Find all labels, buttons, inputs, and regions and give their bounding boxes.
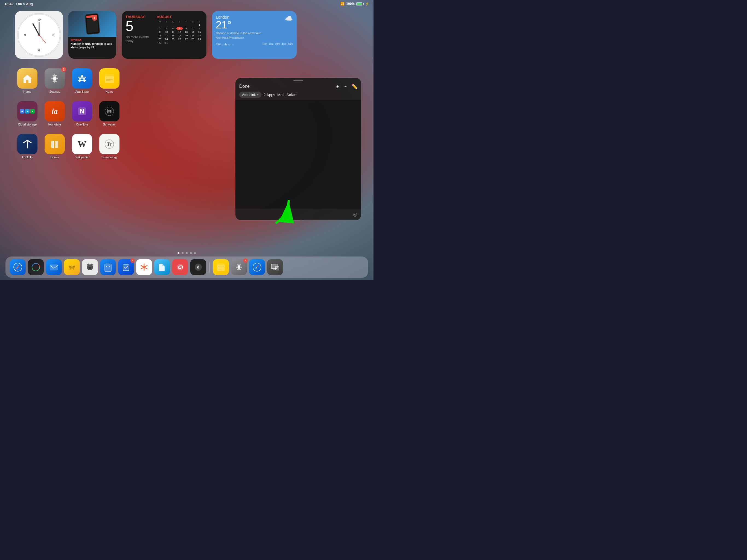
dock: 4 d — [5, 256, 368, 278]
dock-butterfly[interactable] — [64, 259, 80, 275]
calendar-day-num: 5 — [126, 19, 153, 33]
charging-icon: ⚡ — [365, 2, 369, 6]
news-content: sky news Number of NHS 'pingdemic' app a… — [68, 37, 116, 51]
dock-safari[interactable] — [10, 259, 26, 275]
calendar-right: August M T W T F S S - - - - - - 1 2 3 — [157, 15, 203, 55]
news-image: 1 — [68, 11, 116, 37]
page-dot-3[interactable] — [186, 252, 188, 254]
dock-goodnotes[interactable] — [100, 259, 116, 275]
dock-screens[interactable] — [267, 259, 283, 275]
svg-point-42 — [179, 268, 181, 269]
lookup-icon — [17, 134, 37, 154]
app-books[interactable]: Books — [42, 134, 67, 164]
wifi-icon: 📶 — [340, 2, 344, 6]
settings-dock-badge: 2 — [243, 258, 248, 263]
dock-safari2[interactable] — [249, 259, 265, 275]
app-home[interactable]: Home — [15, 68, 40, 98]
calendar-widget[interactable]: Thursday 5 No more events today August M… — [122, 11, 206, 59]
page-dot-2[interactable] — [182, 252, 184, 254]
iannotate-label: iAnnotate — [48, 123, 61, 126]
panel-header: Done ⊞ ··· ✏️ — [235, 81, 361, 92]
dock-settings[interactable]: 2 — [231, 259, 247, 275]
scrivener-icon — [99, 101, 120, 121]
dock-photos[interactable] — [136, 259, 152, 275]
page-dot-4[interactable] — [190, 252, 192, 254]
calendar-no-events: No more events today — [126, 35, 153, 43]
svg-rect-46 — [217, 263, 225, 265]
appstore-label: App Store — [75, 90, 89, 93]
panel-footer: ◎ — [235, 209, 361, 220]
cal-header: T — [163, 20, 170, 23]
svg-text:Te: Te — [107, 142, 111, 147]
cal-header: T — [176, 20, 183, 23]
app-onenote[interactable]: N OneNote — [70, 101, 94, 131]
tasks-badge: 4 — [130, 258, 135, 263]
app-notes[interactable]: Notes — [97, 68, 122, 98]
cal-header: W — [170, 20, 176, 23]
dock-files[interactable] — [154, 259, 170, 275]
panel-icons: ⊞ ··· ✏️ — [335, 83, 357, 90]
weather-widget[interactable]: ☁️ London 21° Chance of drizzle in the n… — [212, 11, 297, 59]
dock-bear[interactable] — [82, 259, 98, 275]
panel-body — [235, 100, 361, 209]
svg-point-36 — [89, 268, 91, 269]
notes-label: Notes — [106, 90, 113, 93]
apps-grid: Home 2 Settings A App Store — [15, 68, 122, 164]
panel-done-button[interactable]: Done — [239, 84, 250, 89]
svg-text:N: N — [80, 107, 84, 115]
app-lookup[interactable]: LookUp — [15, 134, 40, 164]
widgets-row: 12 3 6 9 1 — [15, 11, 297, 59]
app-scrivener[interactable]: Scrivener — [97, 101, 122, 131]
dock-mail[interactable] — [46, 259, 62, 275]
settings-label: Settings — [49, 90, 60, 93]
cal-header: S — [196, 20, 203, 23]
page-dot-5[interactable] — [194, 252, 196, 254]
svg-text:12: 12 — [37, 18, 41, 22]
app-wikipedia[interactable]: W Wikipedia — [70, 134, 94, 164]
add-link-label: Add Link — [242, 93, 256, 97]
clock-widget[interactable]: 12 3 6 9 — [15, 11, 63, 59]
cal-header: S — [190, 20, 196, 23]
dock-fitness[interactable] — [28, 259, 44, 275]
weather-city: London — [216, 15, 293, 19]
dock-draft[interactable]: d — [190, 259, 206, 275]
panel-grid-icon[interactable]: ⊞ — [335, 83, 340, 90]
svg-rect-23 — [52, 141, 53, 148]
panel-location-icon[interactable]: ◎ — [353, 211, 357, 218]
calendar-month: August — [157, 15, 203, 19]
home-label: Home — [23, 90, 31, 93]
app-settings[interactable]: 2 Settings — [42, 68, 67, 98]
add-link-chevron: ▾ — [257, 93, 259, 97]
panel-edit-icon[interactable]: ✏️ — [351, 83, 357, 90]
battery-indicator — [356, 2, 364, 5]
dock-tasks[interactable]: 4 — [118, 259, 134, 275]
dock-separator — [209, 262, 210, 273]
app-terminology[interactable]: Te Terminology — [97, 134, 122, 164]
news-widget[interactable]: 1 sky news Number of NHS 'pingdemic' app… — [68, 11, 116, 59]
appstore-icon: A — [72, 68, 92, 88]
panel-tag-bar: Add Link ▾ 2 Apps: Mail, Safari — [235, 92, 361, 100]
panel-more-icon[interactable]: ··· — [343, 84, 347, 90]
add-link-pill[interactable]: Add Link ▾ — [239, 92, 261, 98]
svg-text:9: 9 — [24, 33, 26, 36]
weather-cloud-icon: ☁️ — [285, 15, 293, 22]
dock-reeder[interactable] — [172, 259, 188, 275]
app-appstore[interactable]: A App Store — [70, 68, 94, 98]
app-iannotate[interactable]: ia iAnnotate — [42, 101, 67, 131]
svg-point-32 — [87, 263, 89, 266]
page-dot-1[interactable] — [178, 252, 180, 254]
dock-notesapp[interactable] — [213, 259, 229, 275]
page-dots — [178, 252, 196, 254]
svg-rect-37 — [105, 264, 111, 272]
svg-point-33 — [91, 263, 93, 266]
svg-text:d: d — [197, 265, 200, 269]
news-phone — [84, 13, 100, 35]
cal-header: F — [183, 20, 189, 23]
battery-percent: 100% — [346, 2, 355, 6]
svg-rect-54 — [275, 266, 279, 270]
app-cloudstorage[interactable]: ☁ ▲ Cloud storage — [15, 101, 40, 131]
weather-temp: 21° — [216, 19, 293, 31]
weather-desc: Chance of drizzle in the next hour. — [216, 31, 293, 35]
books-icon — [45, 134, 65, 154]
svg-rect-13 — [105, 74, 114, 76]
